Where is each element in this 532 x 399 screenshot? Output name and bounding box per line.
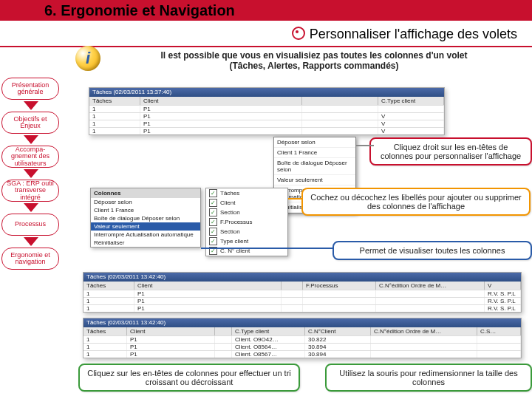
connector xyxy=(288,198,303,200)
sidebar-item-sga[interactable]: SGA : ERP outil transverse intégré xyxy=(1,180,59,202)
sidebar-item-processus[interactable]: Processus xyxy=(1,214,59,236)
page-title: 6. Ergonomie et Navigation xyxy=(44,2,235,19)
table-row: 1P1R.V. S. P.L xyxy=(83,304,521,312)
callout-check-columns: Cochez ou décochez les libellés pour ajo… xyxy=(301,188,531,216)
info-box: i Il est possible que vous en visualisie… xyxy=(66,47,525,75)
check-item[interactable]: ✓Type client xyxy=(206,236,287,246)
checkbox-icon[interactable]: ✓ xyxy=(209,237,217,245)
table-rows: 1P1Client. O9O42…30.822 1P1Client. O8564… xyxy=(83,335,521,358)
callout-resize: Utilisez la souris pour redimensionner l… xyxy=(325,364,532,392)
screenshot-tasks-sorted: Tâches (02/03/2011 13:42:40) Tâches Clie… xyxy=(83,272,522,313)
callout-right-click: Cliquez droit sur les en-têtes de colonn… xyxy=(369,137,532,166)
table-row: 1P1R.V. S. P.L xyxy=(83,290,521,297)
check-item[interactable]: ✓Section xyxy=(206,208,287,217)
column-headers[interactable]: Tâches Client C.Type client xyxy=(89,97,444,105)
arrow-down-icon xyxy=(24,101,38,110)
panel-row[interactable]: Réinitialiser xyxy=(91,239,200,247)
table-rows: 1P1 1P1V 1P1V 1P1V xyxy=(89,105,444,134)
sidebar-item-accompagnement[interactable]: Accompa-gnement des utilisateurs xyxy=(1,146,59,168)
callout-view-all: Permet de visualiser toutes les colonnes xyxy=(332,241,532,260)
menu-item[interactable]: Valeur seulement xyxy=(274,175,355,185)
check-item[interactable]: ✓F.Processus xyxy=(206,217,287,227)
panel-row[interactable]: Client 1 France xyxy=(91,206,200,214)
slide: 6. Ergonomie et Navigation Personnaliser… xyxy=(0,0,532,399)
page-subtitle: Personnaliser l'affichage des volets xyxy=(292,27,517,42)
checkbox-icon[interactable]: ✓ xyxy=(209,208,217,216)
screenshot-tasks-resized: Tâches (02/03/2011 13:42:40) Tâches Clie… xyxy=(83,318,522,358)
checkbox-icon[interactable]: ✓ xyxy=(209,218,217,226)
table-row: 1P1R.V. S. P.L xyxy=(83,297,521,304)
arrow-down-icon xyxy=(24,237,38,246)
column-checklist: ✓Tâches ✓Client ✓Section ✓F.Processus ✓S… xyxy=(205,188,288,256)
sidebar-item-objectifs[interactable]: Objectifs et Enjeux xyxy=(1,112,59,134)
menu-item[interactable]: Déposer selon xyxy=(274,137,355,148)
column-headers[interactable]: Tâches Client F.Processus C.N°édition Or… xyxy=(83,282,521,290)
bullet-icon xyxy=(292,27,305,40)
screenshot-tasks-initial: Tâches (02/03/2011 13:37:40) Tâches Clie… xyxy=(89,87,445,135)
sidebar: Présentation générale Objectifs et Enjeu… xyxy=(1,78,61,270)
subtitle-text: Personnaliser l'affichage des volets xyxy=(310,27,517,41)
connector xyxy=(356,145,374,146)
panel-row[interactable]: Déposer selon xyxy=(91,198,200,206)
window-titlebar: Tâches (02/03/2011 13:37:40) xyxy=(89,88,444,97)
callout-sort: Cliquez sur les en-têtes de colonnes pou… xyxy=(78,364,300,392)
sidebar-item-presentation[interactable]: Présentation générale xyxy=(1,78,59,100)
table-row: 1P1V xyxy=(89,112,444,120)
panel-row-selected[interactable]: Valeur seulement xyxy=(91,222,200,231)
sidebar-item-ergonomie[interactable]: Ergonomie et navigation xyxy=(1,248,59,270)
table-row: 1P1V xyxy=(89,120,444,127)
table-rows: 1P1R.V. S. P.L 1P1R.V. S. P.L 1P1R.V. S.… xyxy=(83,290,521,312)
panel-row[interactable]: Boîte de dialogue Déposer selon xyxy=(91,214,200,222)
menu-item[interactable]: Boîte de dialogue Déposer selon xyxy=(274,158,355,175)
check-item[interactable]: ✓Section xyxy=(206,227,287,236)
info-line2: (Tâches, Alertes, Rapports commandés) xyxy=(108,61,520,71)
checkbox-icon[interactable]: ✓ xyxy=(209,228,217,236)
arrow-down-icon xyxy=(24,169,38,178)
check-item[interactable]: ✓Tâches xyxy=(206,188,287,198)
panel-header: Colonnes xyxy=(91,188,200,198)
column-headers[interactable]: Tâches Client C.Type client C.N°Client C… xyxy=(83,327,521,335)
menu-item[interactable]: Client 1 France xyxy=(274,148,355,158)
connector xyxy=(201,248,334,249)
window-titlebar: Tâches (02/03/2011 13:42:40) xyxy=(83,318,521,327)
table-row: 1P1Client. O8564…30.894 xyxy=(83,343,521,350)
panel-row[interactable]: Interrompre Actualisation automatique xyxy=(91,231,200,239)
checkbox-icon[interactable]: ✓ xyxy=(209,189,217,197)
table-row: 1P1 xyxy=(89,105,444,112)
checkbox-icon[interactable]: ✓ xyxy=(209,199,217,207)
table-row: 1P1Client. O8567…30.894 xyxy=(83,350,521,358)
window-titlebar: Tâches (02/03/2011 13:42:40) xyxy=(83,273,521,282)
options-panel: Colonnes Déposer selon Client 1 France B… xyxy=(90,188,201,248)
arrow-down-icon xyxy=(24,135,38,144)
info-line1: Il est possible que vous en visualisiez … xyxy=(108,50,520,61)
arrow-down-icon xyxy=(24,203,38,212)
table-row: 1P1V xyxy=(89,127,444,134)
info-icon: i xyxy=(75,46,100,71)
table-row: 1P1Client. O9O42…30.822 xyxy=(83,335,521,343)
check-item[interactable]: ✓Client xyxy=(206,198,287,208)
